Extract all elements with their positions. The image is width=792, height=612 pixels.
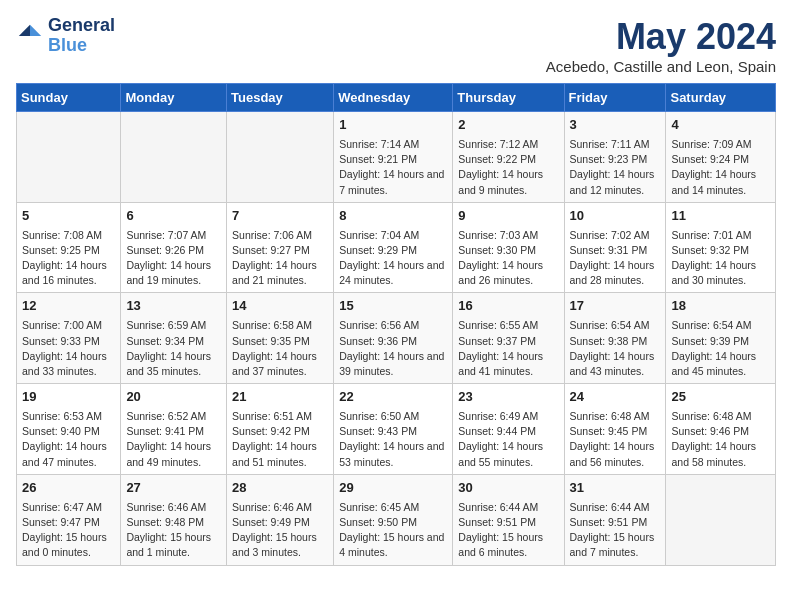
calendar-day-cell: [227, 112, 334, 203]
calendar-table: SundayMondayTuesdayWednesdayThursdayFrid…: [16, 83, 776, 566]
day-number: 19: [22, 388, 115, 407]
calendar-day-cell: 18Sunrise: 6:54 AMSunset: 9:39 PMDayligh…: [666, 293, 776, 384]
sunset: Sunset: 9:27 PM: [232, 244, 310, 256]
calendar-day-cell: [121, 112, 227, 203]
daylight-label: Daylight: 14 hours and 56 minutes.: [570, 440, 655, 467]
calendar-day-cell: 22Sunrise: 6:50 AMSunset: 9:43 PMDayligh…: [334, 384, 453, 475]
day-number: 28: [232, 479, 328, 498]
calendar-week-row: 12Sunrise: 7:00 AMSunset: 9:33 PMDayligh…: [17, 293, 776, 384]
day-number: 20: [126, 388, 221, 407]
sunrise: Sunrise: 6:44 AM: [458, 501, 538, 513]
sunrise: Sunrise: 6:48 AM: [671, 410, 751, 422]
daylight-label: Daylight: 14 hours and 41 minutes.: [458, 350, 543, 377]
calendar-day-cell: 6Sunrise: 7:07 AMSunset: 9:26 PMDaylight…: [121, 202, 227, 293]
day-number: 15: [339, 297, 447, 316]
calendar-day-cell: 28Sunrise: 6:46 AMSunset: 9:49 PMDayligh…: [227, 474, 334, 565]
sunset: Sunset: 9:34 PM: [126, 335, 204, 347]
sunset: Sunset: 9:24 PM: [671, 153, 749, 165]
calendar-day-cell: [17, 112, 121, 203]
day-number: 31: [570, 479, 661, 498]
sunrise: Sunrise: 6:53 AM: [22, 410, 102, 422]
sunrise: Sunrise: 6:46 AM: [232, 501, 312, 513]
calendar-day-cell: 3Sunrise: 7:11 AMSunset: 9:23 PMDaylight…: [564, 112, 666, 203]
calendar-week-row: 1Sunrise: 7:14 AMSunset: 9:21 PMDaylight…: [17, 112, 776, 203]
sunrise: Sunrise: 7:07 AM: [126, 229, 206, 241]
day-number: 24: [570, 388, 661, 407]
calendar-day-cell: 24Sunrise: 6:48 AMSunset: 9:45 PMDayligh…: [564, 384, 666, 475]
calendar-day-cell: 29Sunrise: 6:45 AMSunset: 9:50 PMDayligh…: [334, 474, 453, 565]
day-number: 6: [126, 207, 221, 226]
sunset: Sunset: 9:33 PM: [22, 335, 100, 347]
daylight-label: Daylight: 15 hours and 1 minute.: [126, 531, 211, 558]
sunset: Sunset: 9:48 PM: [126, 516, 204, 528]
day-number: 12: [22, 297, 115, 316]
daylight-label: Daylight: 15 hours and 4 minutes.: [339, 531, 444, 558]
sunrise: Sunrise: 7:01 AM: [671, 229, 751, 241]
sunrise: Sunrise: 7:02 AM: [570, 229, 650, 241]
daylight-label: Daylight: 14 hours and 55 minutes.: [458, 440, 543, 467]
sunset: Sunset: 9:25 PM: [22, 244, 100, 256]
day-number: 26: [22, 479, 115, 498]
day-number: 17: [570, 297, 661, 316]
sunrise: Sunrise: 7:09 AM: [671, 138, 751, 150]
calendar-week-row: 26Sunrise: 6:47 AMSunset: 9:47 PMDayligh…: [17, 474, 776, 565]
day-number: 4: [671, 116, 770, 135]
title-block: May 2024 Acebedo, Castille and Leon, Spa…: [546, 16, 776, 75]
calendar-day-cell: 15Sunrise: 6:56 AMSunset: 9:36 PMDayligh…: [334, 293, 453, 384]
calendar-day-cell: 19Sunrise: 6:53 AMSunset: 9:40 PMDayligh…: [17, 384, 121, 475]
calendar-day-cell: [666, 474, 776, 565]
day-number: 30: [458, 479, 558, 498]
weekday-header: Monday: [121, 84, 227, 112]
day-number: 8: [339, 207, 447, 226]
sunset: Sunset: 9:41 PM: [126, 425, 204, 437]
sunrise: Sunrise: 7:12 AM: [458, 138, 538, 150]
sunrise: Sunrise: 6:54 AM: [671, 319, 751, 331]
calendar-week-row: 19Sunrise: 6:53 AMSunset: 9:40 PMDayligh…: [17, 384, 776, 475]
daylight-label: Daylight: 14 hours and 47 minutes.: [22, 440, 107, 467]
day-number: 23: [458, 388, 558, 407]
daylight-label: Daylight: 14 hours and 53 minutes.: [339, 440, 444, 467]
calendar-day-cell: 7Sunrise: 7:06 AMSunset: 9:27 PMDaylight…: [227, 202, 334, 293]
daylight-label: Daylight: 14 hours and 35 minutes.: [126, 350, 211, 377]
sunrise: Sunrise: 6:54 AM: [570, 319, 650, 331]
daylight-label: Daylight: 14 hours and 39 minutes.: [339, 350, 444, 377]
calendar-day-cell: 4Sunrise: 7:09 AMSunset: 9:24 PMDaylight…: [666, 112, 776, 203]
day-number: 16: [458, 297, 558, 316]
daylight-label: Daylight: 14 hours and 16 minutes.: [22, 259, 107, 286]
sunset: Sunset: 9:36 PM: [339, 335, 417, 347]
calendar-day-cell: 23Sunrise: 6:49 AMSunset: 9:44 PMDayligh…: [453, 384, 564, 475]
daylight-label: Daylight: 15 hours and 0 minutes.: [22, 531, 107, 558]
calendar-day-cell: 9Sunrise: 7:03 AMSunset: 9:30 PMDaylight…: [453, 202, 564, 293]
day-number: 5: [22, 207, 115, 226]
weekday-header: Saturday: [666, 84, 776, 112]
sunset: Sunset: 9:42 PM: [232, 425, 310, 437]
daylight-label: Daylight: 14 hours and 30 minutes.: [671, 259, 756, 286]
sunrise: Sunrise: 6:46 AM: [126, 501, 206, 513]
daylight-label: Daylight: 15 hours and 7 minutes.: [570, 531, 655, 558]
sunset: Sunset: 9:38 PM: [570, 335, 648, 347]
weekday-header: Tuesday: [227, 84, 334, 112]
daylight-label: Daylight: 14 hours and 24 minutes.: [339, 259, 444, 286]
sunset: Sunset: 9:37 PM: [458, 335, 536, 347]
svg-marker-0: [30, 25, 41, 36]
logo-text: General Blue: [48, 16, 115, 56]
logo: General Blue: [16, 16, 115, 56]
calendar-day-cell: 10Sunrise: 7:02 AMSunset: 9:31 PMDayligh…: [564, 202, 666, 293]
sunrise: Sunrise: 6:51 AM: [232, 410, 312, 422]
daylight-label: Daylight: 14 hours and 33 minutes.: [22, 350, 107, 377]
daylight-label: Daylight: 14 hours and 19 minutes.: [126, 259, 211, 286]
daylight-label: Daylight: 14 hours and 28 minutes.: [570, 259, 655, 286]
sunrise: Sunrise: 7:03 AM: [458, 229, 538, 241]
sunset: Sunset: 9:47 PM: [22, 516, 100, 528]
sunset: Sunset: 9:45 PM: [570, 425, 648, 437]
calendar-day-cell: 27Sunrise: 6:46 AMSunset: 9:48 PMDayligh…: [121, 474, 227, 565]
calendar-day-cell: 21Sunrise: 6:51 AMSunset: 9:42 PMDayligh…: [227, 384, 334, 475]
sunrise: Sunrise: 7:06 AM: [232, 229, 312, 241]
daylight-label: Daylight: 14 hours and 14 minutes.: [671, 168, 756, 195]
sunrise: Sunrise: 6:52 AM: [126, 410, 206, 422]
sunrise: Sunrise: 7:00 AM: [22, 319, 102, 331]
daylight-label: Daylight: 14 hours and 7 minutes.: [339, 168, 444, 195]
weekday-header: Friday: [564, 84, 666, 112]
weekday-header: Sunday: [17, 84, 121, 112]
calendar-day-cell: 11Sunrise: 7:01 AMSunset: 9:32 PMDayligh…: [666, 202, 776, 293]
